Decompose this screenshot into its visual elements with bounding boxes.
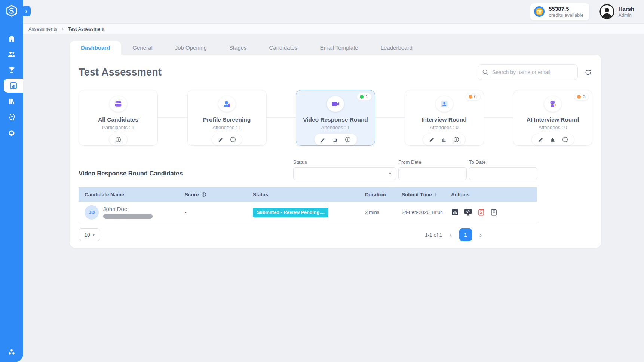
analytics-square-icon xyxy=(451,208,459,216)
tab-email-template[interactable]: Email Template xyxy=(309,41,369,55)
info-icon xyxy=(230,136,236,143)
stage-info-button[interactable] xyxy=(344,136,351,143)
stage-badge: 1 xyxy=(357,93,372,101)
reject-clipboard-button[interactable] xyxy=(477,208,485,216)
stage-card-all-candidates[interactable]: All Candidates Participants : 1 xyxy=(79,90,158,146)
candidate-duration: 2 mins xyxy=(365,209,402,215)
sidebar-item-library[interactable] xyxy=(0,94,23,108)
stage-analytics-button[interactable] xyxy=(441,136,447,143)
stage-card-profile-screening[interactable]: Profile Screening Attendees : 1 xyxy=(187,90,267,146)
sidebar-item-leaderboard[interactable] xyxy=(0,63,23,77)
ai-robot-icon xyxy=(548,99,558,109)
tab-candidates[interactable]: Candidates xyxy=(258,41,309,55)
pencil-icon xyxy=(218,136,224,143)
status-label: Status xyxy=(293,159,396,165)
stage-connector xyxy=(375,117,405,118)
sidebar-nav xyxy=(0,31,23,140)
stage-info-button[interactable] xyxy=(562,136,568,143)
credits-card[interactable]: 55387.5 credits available xyxy=(530,3,590,21)
stage-badge-count: 1 xyxy=(365,94,368,99)
dashboard-card: Test Assessment xyxy=(70,55,601,248)
col-duration: Duration xyxy=(365,192,402,197)
chart-bars-icon xyxy=(441,136,447,143)
orange-dot-icon xyxy=(577,95,581,99)
sidebar-item-candidates[interactable] xyxy=(0,47,23,61)
sidebar-item-settings[interactable] xyxy=(0,126,23,140)
caret-down-icon: ▾ xyxy=(389,171,391,176)
sidebar: › xyxy=(0,0,23,362)
stage-info-button[interactable] xyxy=(115,136,122,143)
search-icon xyxy=(481,68,490,76)
app-logo[interactable] xyxy=(0,0,23,22)
tab-general[interactable]: General xyxy=(121,41,163,55)
page-size-value: 10 xyxy=(84,232,90,238)
stage-icon-circle xyxy=(436,96,453,112)
stage-actions xyxy=(212,134,242,145)
stage-analytics-button[interactable] xyxy=(549,136,556,143)
user-menu[interactable]: Harsh Admin xyxy=(599,4,634,19)
next-page-button[interactable]: › xyxy=(479,231,482,239)
page-size-select[interactable]: 10 ▾ xyxy=(79,228,100,241)
row-actions xyxy=(451,208,537,217)
stage-card-interview-round[interactable]: 0 Interview Round Attendees : 0 xyxy=(405,90,484,146)
stage-flow: All Candidates Participants : 1 xyxy=(79,90,592,146)
score-info-icon[interactable] xyxy=(201,192,206,197)
video-camera-icon xyxy=(331,99,340,109)
sort-desc-icon[interactable]: ↓ xyxy=(434,191,437,197)
sidebar-item-skills[interactable] xyxy=(0,110,23,124)
stage-edit-button[interactable] xyxy=(218,136,224,143)
tab-stages[interactable]: Stages xyxy=(218,41,258,55)
tab-job-opening[interactable]: Job Opening xyxy=(164,41,218,55)
sidebar-expand-button[interactable]: › xyxy=(22,6,31,16)
stage-info-button[interactable] xyxy=(453,136,460,143)
candidate-avatar: JD xyxy=(85,205,99,220)
code-response-button[interactable] xyxy=(464,208,472,217)
breadcrumb: Assessments › Test Assessment xyxy=(23,23,644,34)
prev-page-button[interactable]: ‹ xyxy=(450,231,452,239)
bar-chart-icon xyxy=(9,81,18,90)
library-icon xyxy=(7,97,16,105)
stage-card-ai-interview-round[interactable]: 0 AI Interview Round Attendees : 0 xyxy=(513,90,592,146)
dots-menu-icon xyxy=(7,347,16,357)
report-button[interactable] xyxy=(451,208,459,216)
breadcrumb-separator-icon: › xyxy=(62,26,63,32)
col-score: Score xyxy=(185,192,253,197)
clipboard-notes-icon xyxy=(490,208,498,216)
stage-analytics-button[interactable] xyxy=(332,136,339,143)
from-date-input[interactable] xyxy=(398,167,467,180)
refresh-button[interactable] xyxy=(584,68,592,77)
search-input[interactable] xyxy=(478,64,578,80)
status-select[interactable]: ▾ xyxy=(293,167,396,180)
stage-edit-button[interactable] xyxy=(429,136,435,143)
breadcrumb-assessments[interactable]: Assessments xyxy=(28,26,57,32)
tab-leaderboard[interactable]: Leaderboard xyxy=(369,41,424,55)
info-icon xyxy=(344,136,351,143)
pencil-icon xyxy=(537,136,544,143)
notes-clipboard-button[interactable] xyxy=(490,208,498,216)
stage-actions xyxy=(314,134,357,145)
stage-edit-button[interactable] xyxy=(537,136,544,143)
col-score-label: Score xyxy=(185,192,199,197)
candidate-name[interactable]: John Doe xyxy=(103,206,153,212)
page-title: Test Assessment xyxy=(79,67,162,78)
to-date-label: To Date xyxy=(469,159,537,165)
sidebar-item-assessments[interactable] xyxy=(4,79,23,93)
sidebar-item-more[interactable] xyxy=(0,347,23,357)
tab-dashboard[interactable]: Dashboard xyxy=(70,41,121,55)
page-1-button[interactable]: 1 xyxy=(459,228,472,241)
stage-name: AI Interview Round xyxy=(527,116,579,123)
col-actions: Actions xyxy=(451,192,537,197)
credits-label: credits available xyxy=(549,12,583,18)
stage-edit-button[interactable] xyxy=(320,136,326,143)
table-row[interactable]: JD John Doe - Submitted - Review Pending… xyxy=(79,202,537,223)
stage-info-button[interactable] xyxy=(230,136,236,143)
stage-meta: Participants : 1 xyxy=(102,125,134,130)
stage-card-video-response-round[interactable]: 1 Video Response Round Attendees : 1 xyxy=(296,90,375,146)
caret-down-icon: ▾ xyxy=(93,233,95,237)
to-date-input[interactable] xyxy=(469,167,537,180)
sidebar-item-home[interactable] xyxy=(0,31,23,46)
psychology-icon xyxy=(7,113,16,121)
topbar: 55387.5 credits available Harsh Admin xyxy=(23,0,644,23)
stage-badge: 0 xyxy=(574,93,589,101)
stage-icon-circle xyxy=(218,96,236,112)
